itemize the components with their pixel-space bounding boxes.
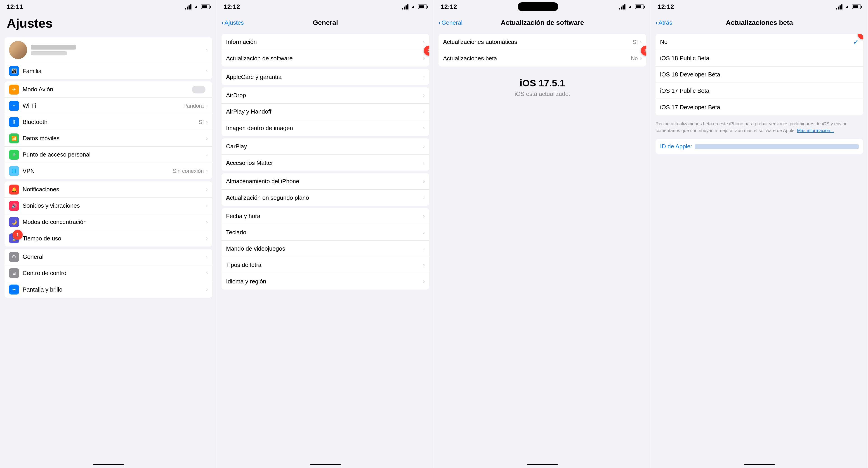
auto-updates-value: Sí	[633, 39, 638, 45]
apple-id-value-blurred	[695, 144, 859, 149]
mando-item[interactable]: Mando de videojuegos ›	[221, 241, 429, 257]
airplay-item[interactable]: AirPlay y Handoff ›	[221, 104, 429, 120]
applecare-item[interactable]: AppleCare y garantía ›	[221, 69, 429, 85]
centro-control-icon: ⊞	[9, 268, 19, 278]
notifications-section: 🔔 Notificaciones › 🔊 Sonidos y vibracion…	[4, 181, 212, 246]
datos-moviles-item[interactable]: 📶 Datos móviles ›	[4, 130, 212, 147]
wifi-value: Pandora	[183, 103, 204, 109]
hotspot-label: Punto de acceso personal	[23, 151, 206, 158]
ajustes-title: Ajustes	[0, 13, 217, 35]
status-icons-2: ▲	[402, 4, 427, 10]
beta-more-info-link[interactable]: Más información...	[797, 128, 834, 133]
bluetooth-icon-item: ᛒ	[9, 117, 19, 127]
informacion-chevron: ›	[423, 39, 425, 45]
notificaciones-label: Notificaciones	[23, 186, 206, 193]
hotspot-chevron: ›	[206, 152, 208, 158]
status-icons-4: ▲	[836, 4, 861, 10]
vpn-chevron: ›	[206, 168, 208, 174]
fecha-hora-label: Fecha y hora	[226, 213, 423, 220]
auto-updates-label: Actualizaciones automáticas	[443, 38, 633, 46]
beta-option-ios17-dev[interactable]: iOS 17 Developer Beta	[655, 99, 863, 115]
vpn-item[interactable]: 🌐 VPN Sin conexión ›	[4, 163, 212, 179]
fecha-hora-item[interactable]: Fecha y hora ›	[221, 208, 429, 224]
wifi-status-icon-2: ▲	[411, 4, 416, 10]
imagen-item[interactable]: Imagen dentro de imagen ›	[221, 120, 429, 136]
almacenamiento-label: Almacenamiento del iPhone	[226, 178, 423, 185]
general-label: General	[23, 253, 206, 260]
bluetooth-item[interactable]: ᛒ Bluetooth Sí ›	[4, 114, 212, 130]
ios-version-display: iOS 17.5.1 iOS está actualizado.	[434, 69, 651, 107]
beta-option-ios18-public[interactable]: iOS 18 Public Beta	[655, 50, 863, 66]
mando-label: Mando de videojuegos	[226, 245, 423, 252]
datos-moviles-icon: 📶	[9, 134, 19, 143]
concentracion-icon: 🌙	[9, 217, 19, 227]
segundo-plano-item[interactable]: Actualización en segundo plano ›	[221, 189, 429, 206]
hotspot-icon: ⊕	[9, 150, 19, 160]
beta-back-button[interactable]: ‹ Atrás	[655, 19, 672, 26]
beta-updates-item[interactable]: Actualizaciones beta No › 3	[438, 50, 646, 66]
dynamic-island	[518, 2, 558, 11]
informacion-item[interactable]: Información ›	[221, 34, 429, 50]
airdrop-item[interactable]: AirDrop ›	[221, 87, 429, 104]
tiempo-uso-item[interactable]: ⏳ Tiempo de uso › 1	[4, 230, 212, 246]
beta-option-no[interactable]: No ✓ 4	[655, 34, 863, 50]
carplay-item[interactable]: CarPlay ›	[221, 139, 429, 155]
wifi-item[interactable]: 〰 Wi-Fi Pandora ›	[4, 98, 212, 114]
ios-version-number: iOS 17.5.1	[520, 78, 565, 89]
modo-avion-toggle[interactable]	[192, 86, 206, 93]
imagen-label: Imagen dentro de imagen	[226, 125, 423, 131]
bluetooth-label: Bluetooth	[23, 119, 199, 125]
general-item[interactable]: ⚙ General ›	[4, 249, 212, 265]
modo-avion-icon: ✈	[9, 85, 19, 94]
software-back-button[interactable]: ‹ General	[438, 19, 463, 26]
matter-label: Accesorios Matter	[226, 159, 423, 167]
familia-chevron: ›	[206, 68, 208, 74]
wifi-icon-item: 〰	[9, 101, 19, 111]
notificaciones-item[interactable]: 🔔 Notificaciones ›	[4, 181, 212, 198]
imagen-chevron: ›	[423, 125, 425, 131]
concentracion-item[interactable]: 🌙 Modos de concentración ›	[4, 214, 212, 230]
familia-label: Familia	[23, 68, 206, 75]
tipos-letra-item[interactable]: Tipos de letra ›	[221, 257, 429, 273]
sonidos-chevron: ›	[206, 203, 208, 209]
modo-avion-item[interactable]: ✈ Modo Avión	[4, 82, 212, 98]
vpn-label: VPN	[23, 168, 173, 175]
sonidos-item[interactable]: 🔊 Sonidos y vibraciones ›	[4, 198, 212, 214]
general-nav-header: ‹ Ajustes General	[217, 13, 434, 32]
familia-item[interactable]: 👨‍👩‍👧 Familia ›	[4, 63, 212, 79]
centro-control-item[interactable]: ⊞ Centro de control ›	[4, 265, 212, 282]
time-2: 12:12	[224, 3, 240, 10]
bluetooth-chevron: ›	[206, 119, 208, 125]
auto-updates-item[interactable]: Actualizaciones automáticas Sí ›	[438, 34, 646, 50]
teclado-item[interactable]: Teclado ›	[221, 224, 429, 241]
beta-option-ios18-dev[interactable]: iOS 18 Developer Beta	[655, 66, 863, 83]
wifi-status-icon-1: ▲	[194, 4, 199, 10]
tiempo-uso-chevron: ›	[206, 235, 208, 241]
airdrop-chevron: ›	[423, 92, 425, 98]
profile-avatar	[9, 41, 27, 59]
almacenamiento-item[interactable]: Almacenamiento del iPhone ›	[221, 173, 429, 189]
idioma-item[interactable]: Idioma y región ›	[221, 273, 429, 290]
teclado-label: Teclado	[226, 229, 423, 236]
home-indicator-3	[434, 461, 651, 468]
general-back-button[interactable]: ‹ Ajustes	[221, 19, 244, 26]
general-section-3: AirDrop › AirPlay y Handoff › Imagen den…	[221, 87, 429, 136]
general-section-1: Información › Actualización de software …	[221, 34, 429, 66]
general-section: ⚙ General › ⊞ Centro de control › ☀ Pant…	[4, 249, 212, 298]
status-bar-3: 12:12 ▲	[434, 0, 651, 13]
profile-item[interactable]: ›	[4, 37, 212, 63]
idioma-chevron: ›	[423, 279, 425, 284]
actualizacion-software-item[interactable]: Actualización de software › 2	[221, 50, 429, 66]
concentracion-label: Modos de concentración	[23, 218, 206, 226]
profile-section: › 👨‍👩‍👧 Familia ›	[4, 37, 212, 79]
signal-icon-2	[402, 4, 408, 9]
beta-option-ios17-public[interactable]: iOS 17 Public Beta	[655, 83, 863, 99]
pantalla-label: Pantalla y brillo	[23, 286, 206, 293]
matter-item[interactable]: Accesorios Matter ›	[221, 155, 429, 171]
profile-name-blurred	[31, 45, 76, 50]
pantalla-item[interactable]: ☀ Pantalla y brillo ›	[4, 282, 212, 298]
tipos-letra-chevron: ›	[423, 262, 425, 268]
hotspot-item[interactable]: ⊕ Punto de acceso personal ›	[4, 147, 212, 163]
datos-moviles-chevron: ›	[206, 136, 208, 141]
battery-icon-4	[852, 4, 861, 9]
